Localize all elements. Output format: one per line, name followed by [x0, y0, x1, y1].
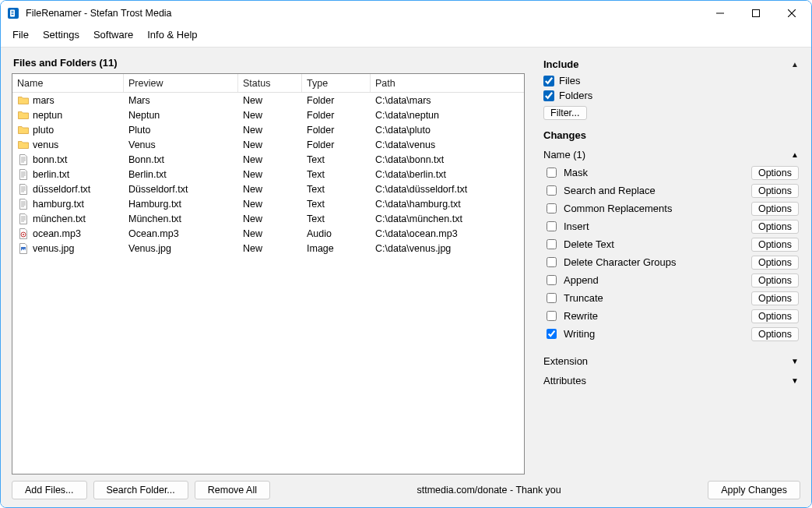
menu-settings[interactable]: Settings — [36, 27, 86, 42]
column-type[interactable]: Type — [302, 74, 371, 92]
text-icon — [17, 168, 30, 181]
change-label[interactable]: Mask — [564, 167, 588, 178]
cell-path: C:\data\venus — [371, 139, 524, 150]
column-preview[interactable]: Preview — [124, 74, 238, 92]
options-button[interactable]: Options — [751, 309, 799, 323]
table-row[interactable]: venusVenusNewFolderC:\data\venus — [12, 137, 524, 152]
include-title: Include — [543, 58, 579, 70]
search-folder-button[interactable]: Search Folder... — [93, 481, 188, 499]
include-folders-checkbox[interactable] — [543, 90, 554, 101]
cell-path: C:\data\ocean.mp3 — [371, 228, 524, 239]
table-row[interactable]: düsseldorf.txtDüsseldorf.txtNewTextC:\da… — [12, 182, 524, 196]
table-row[interactable]: hamburg.txtHamburg.txtNewTextC:\data\ham… — [12, 196, 524, 211]
cell-preview: Venus — [124, 139, 238, 150]
change-checkbox[interactable] — [547, 221, 557, 231]
change-label[interactable]: Rewrite — [564, 310, 598, 322]
column-path[interactable]: Path — [371, 74, 524, 92]
change-checkbox[interactable] — [547, 239, 557, 249]
change-checkbox[interactable] — [547, 311, 557, 321]
add-files-button[interactable]: Add Files... — [12, 481, 87, 499]
options-button[interactable]: Options — [751, 291, 799, 305]
table-row[interactable]: bonn.txtBonn.txtNewTextC:\data\bonn.txt — [12, 152, 524, 167]
cell-preview: Venus.jpg — [124, 243, 238, 254]
table-row[interactable]: plutoPlutoNewFolderC:\data\pluto — [12, 122, 524, 137]
attributes-subheader[interactable]: Attributes ▼ — [542, 370, 800, 390]
cell-name-text: bonn.txt — [33, 154, 67, 165]
svg-point-30 — [23, 234, 24, 235]
column-name[interactable]: Name — [12, 74, 124, 92]
change-checkbox[interactable] — [547, 293, 557, 303]
maximize-button[interactable] — [738, 2, 774, 25]
table-row[interactable]: ocean.mp3Ocean.mp3NewAudioC:\data\ocean.… — [12, 226, 524, 241]
change-row: Search and ReplaceOptions — [542, 182, 800, 199]
options-button[interactable]: Options — [751, 166, 799, 180]
table-row[interactable]: neptunNeptunNewFolderC:\data\neptun — [12, 108, 524, 122]
table-row[interactable]: berlin.txtBerlin.txtNewTextC:\data\berli… — [12, 167, 524, 182]
change-checkbox[interactable] — [547, 185, 557, 196]
cell-name: bonn.txt — [12, 153, 124, 166]
change-label[interactable]: Delete Text — [564, 238, 614, 250]
cell-status: New — [238, 184, 302, 195]
include-header[interactable]: Include ▲ — [542, 57, 800, 73]
change-row: Common ReplacementsOptions — [542, 199, 800, 217]
options-button[interactable]: Options — [751, 273, 799, 288]
apply-changes-button[interactable]: Apply Changes — [708, 481, 800, 499]
cell-path: C:\data\bonn.txt — [371, 154, 524, 165]
svg-rect-2 — [12, 11, 14, 12]
close-button[interactable] — [774, 2, 810, 25]
options-button[interactable]: Options — [751, 202, 799, 216]
filter-button[interactable]: Filter... — [543, 106, 587, 120]
change-checkbox[interactable] — [547, 168, 557, 178]
app-window: FileRenamer - Stefan Trost Media File Se… — [0, 0, 812, 508]
cell-name-text: pluto — [33, 125, 54, 136]
change-checkbox[interactable] — [547, 257, 557, 267]
table-row[interactable]: münchen.txtMünchen.txtNewTextC:\data\mün… — [12, 211, 524, 226]
extension-subheader[interactable]: Extension ▼ — [542, 351, 800, 370]
collapse-down-icon: ▼ — [791, 376, 799, 385]
donate-link[interactable]: sttmedia.com/donate - Thank you — [276, 485, 701, 496]
change-label[interactable]: Delete Character Groups — [564, 256, 677, 268]
cell-status: New — [238, 125, 302, 136]
cell-type: Audio — [302, 228, 371, 239]
include-folders-row: Folders — [542, 88, 800, 103]
cell-type: Text — [302, 184, 371, 195]
table-row[interactable]: venus.jpgVenus.jpgNewImageC:\data\venus.… — [12, 241, 524, 256]
change-label[interactable]: Writing — [564, 328, 595, 340]
folder-icon — [17, 109, 30, 122]
window-title: FileRenamer - Stefan Trost Media — [26, 8, 172, 19]
include-files-checkbox[interactable] — [543, 76, 554, 86]
change-label[interactable]: Truncate — [564, 292, 603, 304]
cell-status: New — [238, 228, 302, 239]
change-checkbox[interactable] — [547, 275, 557, 285]
options-button[interactable]: Options — [751, 327, 799, 341]
change-row: AppendOptions — [542, 271, 800, 289]
include-folders-label[interactable]: Folders — [559, 90, 592, 101]
cell-status: New — [238, 95, 302, 106]
options-button[interactable]: Options — [751, 256, 799, 270]
table-row[interactable]: marsMarsNewFolderC:\data\mars — [12, 93, 524, 108]
change-label[interactable]: Search and Replace — [564, 185, 656, 196]
options-button[interactable]: Options — [751, 184, 799, 198]
options-button[interactable]: Options — [751, 220, 799, 234]
change-label[interactable]: Insert — [564, 220, 589, 232]
options-button[interactable]: Options — [751, 238, 799, 252]
change-row: Delete TextOptions — [542, 235, 800, 253]
remove-all-button[interactable]: Remove All — [195, 481, 270, 499]
cell-name: mars — [12, 94, 124, 107]
cell-type: Folder — [302, 139, 371, 150]
collapse-down-icon: ▼ — [791, 357, 799, 365]
change-checkbox[interactable] — [547, 329, 557, 339]
change-label[interactable]: Append — [564, 274, 599, 286]
changes-header: Changes — [542, 128, 800, 144]
change-label[interactable]: Common Replacements — [564, 203, 672, 214]
menu-info-help[interactable]: Info & Help — [140, 27, 204, 42]
name-subheader[interactable]: Name (1) ▲ — [542, 144, 800, 164]
change-checkbox[interactable] — [547, 203, 557, 213]
column-status[interactable]: Status — [238, 74, 302, 92]
menu-file[interactable]: File — [5, 27, 36, 42]
minimize-button[interactable] — [702, 2, 738, 25]
menu-software[interactable]: Software — [86, 27, 140, 42]
include-files-label[interactable]: Files — [559, 75, 580, 86]
folder-icon — [17, 94, 30, 107]
cell-name: neptun — [12, 109, 124, 122]
